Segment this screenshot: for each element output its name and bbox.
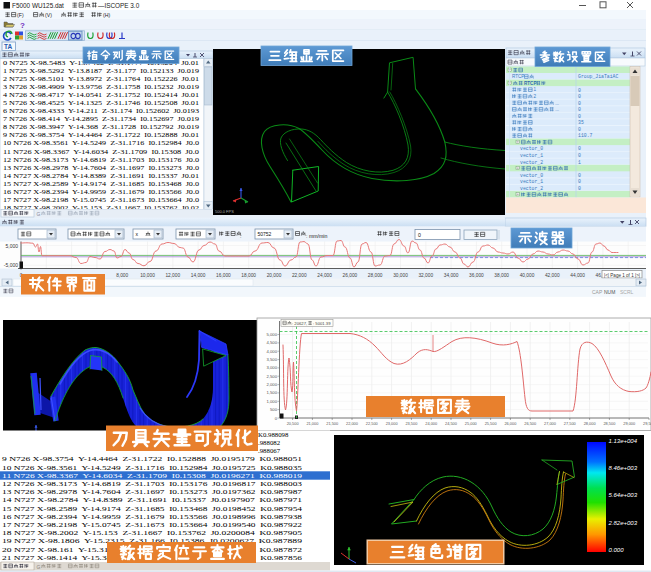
svg-text:0: 0 xyxy=(578,107,581,112)
svg-text:29,500: 29,500 xyxy=(643,421,651,426)
svg-text:0: 0 xyxy=(578,88,581,93)
svg-text:vector_0: vector_0 xyxy=(520,173,543,178)
svg-text:1.13e+004: 1.13e+004 xyxy=(609,438,638,444)
svg-text:44,000: 44,000 xyxy=(570,273,585,278)
svg-text:0: 0 xyxy=(578,94,581,99)
svg-text:23,000: 23,000 xyxy=(386,421,399,426)
svg-text:K0.988098: K0.988098 xyxy=(258,431,289,438)
svg-text:18,000: 18,000 xyxy=(241,273,256,278)
svg-text:4,500: 4,500 xyxy=(267,340,278,345)
svg-text:12,000: 12,000 xyxy=(165,273,180,278)
svg-text:G: G xyxy=(37,211,41,217)
svg-text:4 N726 X-98.4717 Y-14.0541 Z: 4 N726 X-98.4717 Y-14.0541 Z-31.1752 I0.… xyxy=(3,91,200,98)
svg-text:11 N726 X-98.3367 Y-14.6034: 11 N726 X-98.3367 Y-14.6034 Z-31.1709 I0… xyxy=(3,148,200,155)
svg-text:40,000: 40,000 xyxy=(520,273,535,278)
svg-text:0: 0 xyxy=(578,179,581,184)
svg-text:CAP: CAP xyxy=(592,289,603,295)
svg-text:0: 0 xyxy=(418,232,421,238)
svg-text:4,000: 4,000 xyxy=(267,349,278,354)
svg-text:13 N726 X-98.2978 Y-14.7604: 13 N726 X-98.2978 Y-14.7604 Z-31.1697 I0… xyxy=(2,488,303,495)
svg-text:G: G xyxy=(37,564,41,570)
svg-text:8,000: 8,000 xyxy=(116,273,128,278)
svg-text:29,000: 29,000 xyxy=(623,421,636,426)
svg-text:38,000: 38,000 xyxy=(494,273,509,278)
svg-text:F5000 WU125.dat: F5000 WU125.dat xyxy=(12,2,64,9)
svg-text:15 N727 X-98.2589 Y-14.9174: 15 N727 X-98.2589 Y-14.9174 Z-31.1685 I0… xyxy=(2,505,303,512)
svg-text:vector_1: vector_1 xyxy=(520,179,543,184)
svg-text:SCRL: SCRL xyxy=(620,289,634,295)
svg-text:3 N726 X-98.4909 Y-13.9756 Z: 3 N726 X-98.4909 Y-13.9756 Z-31.1758 I0.… xyxy=(3,83,200,90)
svg-text:42,000: 42,000 xyxy=(545,273,560,278)
svg-text:20,500: 20,500 xyxy=(287,421,300,426)
svg-text:16 N727 X-98.2394 Y-14.9959: 16 N727 X-98.2394 Y-14.9959 Z-31.1679 I0… xyxy=(2,513,303,520)
svg-text:0: 0 xyxy=(578,101,581,106)
svg-text:30,000: 30,000 xyxy=(393,273,408,278)
svg-text:24,000: 24,000 xyxy=(317,273,332,278)
svg-text:21,500: 21,500 xyxy=(326,421,339,426)
svg-text:1 N725 X-98.5292 Y-13.8187 Z: 1 N725 X-98.5292 Y-13.8187 Z-31.177 I0.1… xyxy=(3,67,200,74)
svg-text:26,000: 26,000 xyxy=(504,421,517,426)
svg-text:17 N727 X-98.2198 Y-15.0745: 17 N727 X-98.2198 Y-15.0745 Z-31.1673 I0… xyxy=(3,196,200,203)
svg-text:17 N727 X-98.2198 Y-15.0745: 17 N727 X-98.2198 Y-15.0745 Z-31.1673 I0… xyxy=(2,521,303,528)
svg-text:1,000: 1,000 xyxy=(267,399,278,404)
svg-text:.988067: .988067 xyxy=(258,447,281,454)
svg-text:5,000: 5,000 xyxy=(5,243,18,249)
svg-text:25,500: 25,500 xyxy=(485,421,498,426)
svg-text:14 N727 X-98.2784 Y-14.8389: 14 N727 X-98.2784 Y-14.8389 Z-31.1691 I0… xyxy=(2,496,302,503)
svg-text:5,000: 5,000 xyxy=(267,332,278,337)
svg-text:RTCP: RTCP xyxy=(524,81,537,86)
svg-text:2,500: 2,500 xyxy=(267,374,278,379)
svg-text:: 20627,: : 20627, xyxy=(292,321,307,326)
svg-text:9 N726 X-98.3754 Y-14.4464 Z: 9 N726 X-98.3754 Y-14.4464 Z-31.1722 I0.… xyxy=(3,131,200,138)
svg-text:27,000: 27,000 xyxy=(544,421,557,426)
svg-text:|<| Page 1 of 1 |>|: |<| Page 1 of 1 |>| xyxy=(604,273,640,278)
svg-text:16 N727 X-98.2394 Y-14.9959: 16 N727 X-98.2394 Y-14.9959 Z-31.1679 I0… xyxy=(3,188,200,195)
svg-text:0: 0 xyxy=(578,127,581,132)
svg-text:0: 0 xyxy=(578,114,581,119)
svg-text:13 N726 X-98.2978 Y-14.7604: 13 N726 X-98.2978 Y-14.7604 Z-31.1697 I0… xyxy=(3,164,200,171)
svg-text:2,000: 2,000 xyxy=(267,382,278,387)
svg-text:18 N727 X-98.2002 Y-15.153 Z: 18 N727 X-98.2002 Y-15.153 Z-31.1667 I0.… xyxy=(2,529,303,536)
svg-text:vector_0: vector_0 xyxy=(520,146,543,151)
svg-text:vector_2: vector_2 xyxy=(520,186,543,191)
svg-text:7 N726 X-98.414 Y-14.2895 Z-: 7 N726 X-98.414 Y-14.2895 Z-31.1734 I0.1… xyxy=(3,115,200,122)
svg-text:35: 35 xyxy=(578,120,584,125)
svg-text:NUM: NUM xyxy=(604,289,615,295)
svg-text:11 N726 X-98.3367 Y-14.6034: 11 N726 X-98.3367 Y-14.6034 Z-31.1709 I0… xyxy=(2,472,303,479)
svg-text:?: ? xyxy=(20,21,25,30)
svg-text:500.0 FPS: 500.0 FPS xyxy=(215,209,234,214)
svg-text:1: 1 xyxy=(534,87,537,92)
svg-text:27,500: 27,500 xyxy=(564,421,577,426)
svg-text:28,500: 28,500 xyxy=(603,421,616,426)
svg-text:22,500: 22,500 xyxy=(366,421,379,426)
svg-text:12 N726 X-98.3173 Y-14.6819: 12 N726 X-98.3173 Y-14.6819 Z-31.1703 I0… xyxy=(2,480,303,487)
svg-text:0: 0 xyxy=(578,146,581,151)
svg-text:8.46e+003: 8.46e+003 xyxy=(609,465,638,471)
svg-text:0: 0 xyxy=(578,186,581,191)
svg-text:2: 2 xyxy=(534,94,537,99)
svg-text:: 5001.39: : 5001.39 xyxy=(313,321,331,326)
svg-text::: : xyxy=(240,233,241,239)
svg-text:1: 1 xyxy=(578,160,581,165)
svg-text:12 N726 X-98.3173 Y-14.6819: 12 N726 X-98.3173 Y-14.6819 Z-31.1703 I0… xyxy=(3,156,200,163)
svg-text:110.7: 110.7 xyxy=(578,133,593,138)
svg-text:500: 500 xyxy=(270,407,278,412)
svg-text:36,000: 36,000 xyxy=(469,273,484,278)
svg-text:5.64e+003: 5.64e+003 xyxy=(609,492,638,498)
svg-text:23,500: 23,500 xyxy=(405,421,418,426)
svg-text:21,000: 21,000 xyxy=(306,421,319,426)
svg-text:50752: 50752 xyxy=(258,231,272,237)
svg-text:2 N725 X-98.5101 Y-13.8972 Z: 2 N725 X-98.5101 Y-13.8972 Z-31.1764 I0.… xyxy=(3,75,200,82)
svg-text:26,500: 26,500 xyxy=(524,421,537,426)
svg-text:25,000: 25,000 xyxy=(465,421,478,426)
svg-text:: mm/min: : mm/min xyxy=(306,233,327,239)
svg-text:0: 0 xyxy=(578,173,581,178)
svg-text:...: ... xyxy=(555,107,559,112)
svg-text:Group_JiaTaiAC: Group_JiaTaiAC xyxy=(578,74,618,79)
svg-text:5 N726 X-98.4525 Y-14.1325 Z: 5 N726 X-98.4525 Y-14.1325 Z-31.1746 I0.… xyxy=(3,99,200,106)
svg-text::: : xyxy=(398,233,399,239)
svg-text:-5,000: -5,000 xyxy=(4,262,18,268)
svg-text:24,000: 24,000 xyxy=(425,421,438,426)
svg-text:8 N726 X-98.3947 Y-14.368 Z-: 8 N726 X-98.3947 Y-14.368 Z-31.1728 I0.1… xyxy=(3,123,200,130)
svg-text:22,000: 22,000 xyxy=(292,273,307,278)
